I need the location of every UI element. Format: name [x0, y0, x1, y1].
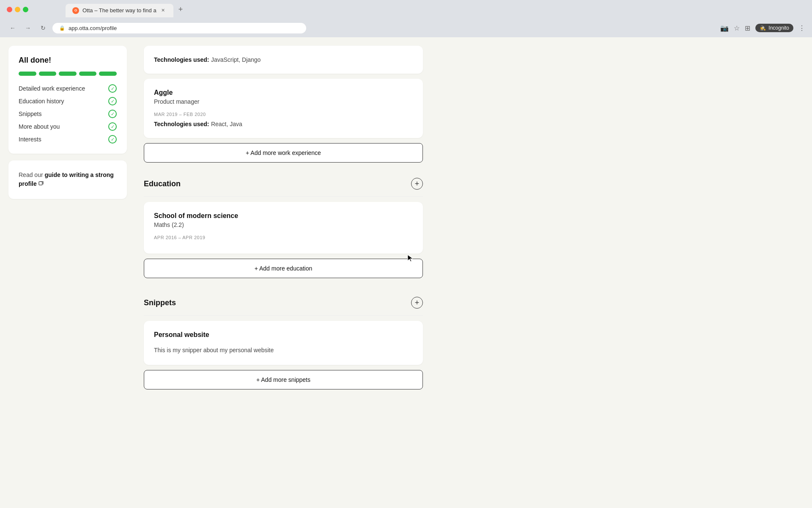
aggle-company-name: Aggle	[154, 89, 413, 97]
progress-bar-2	[39, 72, 57, 76]
checklist-item-interests: Interests ✓	[19, 135, 117, 144]
add-education-button[interactable]: + Add more education	[144, 259, 423, 278]
external-link-icon	[38, 180, 44, 189]
lock-icon: 🔒	[59, 25, 65, 31]
page-content: All done! Detailed work experience ✓ Edu…	[0, 37, 812, 508]
top-tech-value: JavaScript, Django	[211, 56, 261, 63]
aggle-experience-card: Aggle Product manager MAR 2019 – FEB 202…	[144, 79, 423, 138]
checklist-label-snippets: Snippets	[19, 110, 41, 117]
checklist-label-work: Detailed work experience	[19, 85, 85, 92]
snippet-text: This is my snipper about my personal web…	[154, 345, 413, 355]
checklist-label-education: Education history	[19, 98, 64, 105]
star-icon[interactable]: ☆	[734, 24, 740, 32]
checklist-label-about: More about you	[19, 123, 60, 130]
education-card: School of modern science Maths (2.2) APR…	[144, 202, 423, 254]
checklist-item-snippets: Snippets ✓	[19, 110, 117, 118]
forward-button[interactable]: →	[22, 22, 34, 34]
progress-bar-1	[19, 72, 36, 76]
address-bar[interactable]: 🔒 app.otta.com/profile	[52, 23, 306, 33]
education-date-range: APR 2016 – APR 2019	[154, 235, 413, 240]
traffic-lights	[7, 7, 28, 12]
aggle-job-title: Product manager	[154, 98, 413, 105]
tab-close-button[interactable]: ✕	[160, 7, 167, 14]
top-tech-label: Technologies used:	[154, 56, 209, 63]
add-snippets-button[interactable]: + Add more snippets	[144, 370, 423, 389]
check-about: ✓	[108, 122, 117, 131]
snippets-section-title: Snippets	[144, 298, 176, 307]
tab-title: Otta – The better way to find a	[82, 7, 156, 14]
url-text: app.otta.com/profile	[69, 25, 117, 31]
checklist-item-about: More about you ✓	[19, 122, 117, 131]
check-education: ✓	[108, 97, 117, 105]
tab-bar: O Otta – The better way to find a ✕ +	[32, 2, 188, 17]
main-content: Technologies used: JavaScript, Django Ag…	[135, 46, 431, 500]
all-done-title: All done!	[19, 56, 117, 65]
reload-button[interactable]: ↻	[37, 22, 49, 34]
guide-card: Read our guide to writing a strong profi…	[8, 160, 127, 199]
education-section: Education + School of modern science Mat…	[144, 171, 423, 287]
aggle-tech-value: React, Java	[211, 121, 242, 127]
aggle-tech-label: Technologies used:	[154, 121, 209, 127]
top-tech-card: Technologies used: JavaScript, Django	[144, 46, 423, 74]
sidebar: All done! Detailed work experience ✓ Edu…	[0, 46, 135, 500]
svg-rect-0	[39, 182, 42, 185]
snippet-card: Personal website This is my snipper abou…	[144, 321, 423, 365]
snippets-add-button[interactable]: +	[411, 297, 423, 309]
guide-prefix: Read our	[19, 171, 44, 178]
snippets-section-header: Snippets +	[144, 290, 423, 316]
progress-bar-4	[79, 72, 97, 76]
camera-off-icon[interactable]: 📷	[720, 24, 729, 32]
checklist-item-education: Education history ✓	[19, 97, 117, 105]
menu-icon[interactable]: ⋮	[798, 24, 805, 32]
incognito-icon: 🕵	[760, 25, 766, 31]
check-work: ✓	[108, 84, 117, 93]
active-tab[interactable]: O Otta – The better way to find a ✕	[66, 4, 173, 17]
check-snippets: ✓	[108, 110, 117, 118]
browser-toolbar: ← → ↻ 🔒 app.otta.com/profile 📷 ☆ ⊞ 🕵 Inc…	[0, 19, 812, 37]
browser-chrome: O Otta – The better way to find a ✕ + ← …	[0, 0, 812, 37]
progress-bar-5	[99, 72, 117, 76]
browser-titlebar: O Otta – The better way to find a ✕ +	[0, 0, 812, 19]
maximize-window-button[interactable]	[23, 7, 28, 12]
close-window-button[interactable]	[7, 7, 12, 12]
split-view-icon[interactable]: ⊞	[745, 24, 750, 32]
education-add-button[interactable]: +	[411, 178, 423, 190]
progress-bars	[19, 72, 117, 76]
right-spacer	[431, 46, 812, 500]
snippets-section: Snippets + Personal website This is my s…	[144, 290, 423, 398]
tab-favicon: O	[72, 7, 79, 14]
aggle-date-range: MAR 2019 – FEB 2020	[154, 112, 413, 117]
checklist-label-interests: Interests	[19, 136, 41, 143]
main-wrapper: All done! Detailed work experience ✓ Edu…	[0, 46, 812, 500]
checklist: Detailed work experience ✓ Education his…	[19, 84, 117, 144]
education-section-title: Education	[144, 179, 181, 188]
back-button[interactable]: ←	[7, 22, 19, 34]
snippet-title: Personal website	[154, 331, 413, 339]
minimize-window-button[interactable]	[15, 7, 20, 12]
all-done-card: All done! Detailed work experience ✓ Edu…	[8, 46, 127, 154]
new-tab-button[interactable]: +	[173, 2, 188, 17]
school-name: School of modern science	[154, 212, 413, 220]
checklist-item-work: Detailed work experience ✓	[19, 84, 117, 93]
add-work-experience-button[interactable]: + Add more work experience	[144, 143, 423, 163]
education-section-header: Education +	[144, 171, 423, 197]
toolbar-right: 📷 ☆ ⊞ 🕵 Incognito ⋮	[720, 24, 805, 32]
progress-bar-3	[59, 72, 77, 76]
incognito-badge: 🕵 Incognito	[755, 24, 793, 32]
incognito-label: Incognito	[768, 25, 789, 31]
check-interests: ✓	[108, 135, 117, 144]
degree-name: Maths (2.2)	[154, 221, 413, 228]
